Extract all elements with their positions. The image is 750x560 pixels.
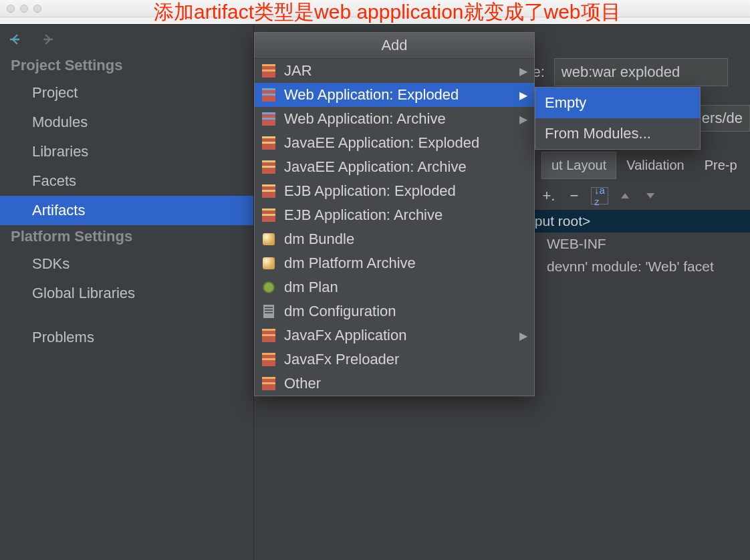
menu-item-label: dm Configuration <box>284 303 396 320</box>
menu-item-label: JavaEE Application: Exploded <box>284 134 479 152</box>
gift-yel-icon <box>261 136 276 150</box>
traffic-max-icon[interactable] <box>33 5 41 13</box>
menu-item-label: EJB Application: Exploded <box>284 182 456 200</box>
menu-item-ejb-application-exploded[interactable]: EJB Application: Exploded <box>255 179 534 203</box>
back-icon[interactable] <box>8 31 24 47</box>
output-layout-toolbar: +. − ↓az <box>540 183 750 208</box>
output-remove-button[interactable]: − <box>566 187 583 204</box>
traffic-min-icon[interactable] <box>20 5 28 13</box>
menu-item-label: JavaFx Application <box>284 327 406 344</box>
chevron-right-icon: ▶ <box>519 113 527 126</box>
tree-module-web-facet[interactable]: devnn' module: 'Web' facet <box>527 255 750 278</box>
tab-output-layout[interactable]: ut Layout <box>541 152 616 179</box>
tree-output-root[interactable]: tput root> <box>527 210 750 233</box>
menu-item-javafx-preloader[interactable]: JavaFx Preloader <box>255 347 534 372</box>
tab-preprocessing[interactable]: Pre-p <box>695 152 747 179</box>
menu-item-label: Web Application: Archive <box>284 110 446 128</box>
sidebar-item-facets[interactable]: Facets <box>0 166 253 196</box>
submenu-item-from-modules[interactable]: From Modules... <box>535 118 700 149</box>
output-dir-fragment: ers/de <box>695 105 750 132</box>
menu-item-web-application-exploded[interactable]: Web Application: Exploded▶ <box>255 83 534 107</box>
add-artifact-menu: Add JAR▶Web Application: Exploded▶Web Ap… <box>254 32 535 396</box>
tab-validation[interactable]: Validation <box>616 152 694 179</box>
menu-item-dm-configuration[interactable]: dm Configuration <box>255 299 534 323</box>
menu-item-label: JAR <box>284 62 312 80</box>
sidebar-item-libraries[interactable]: Libraries <box>0 137 253 166</box>
bundle-icon <box>261 256 276 271</box>
menu-item-label: Other <box>284 375 321 392</box>
gift-icon <box>261 352 276 367</box>
chevron-right-icon: ▶ <box>519 65 527 78</box>
menu-item-label: dm Plan <box>284 279 338 296</box>
gift-web-icon <box>261 88 276 102</box>
doc-icon <box>261 304 276 319</box>
menu-item-label: Web Application: Exploded <box>284 86 459 104</box>
menu-item-javaee-application-exploded[interactable]: JavaEE Application: Exploded <box>255 131 534 155</box>
menu-item-dm-plan[interactable]: dm Plan <box>255 275 534 299</box>
chevron-right-icon: ▶ <box>519 329 527 342</box>
menu-item-javafx-application[interactable]: JavaFx Application▶ <box>255 323 534 347</box>
menu-item-web-application-archive[interactable]: Web Application: Archive▶ <box>255 107 534 131</box>
plus-icon: +. <box>543 188 555 203</box>
web-app-exploded-submenu: EmptyFrom Modules... <box>535 87 701 150</box>
sidebar-item-artifacts[interactable]: Artifacts <box>0 196 253 225</box>
bundle-icon <box>261 232 276 247</box>
menu-item-label: JavaEE Application: Archive <box>284 158 467 176</box>
submenu-item-empty[interactable]: Empty <box>535 88 700 118</box>
gift-icon <box>261 328 276 343</box>
traffic-close-icon[interactable] <box>7 5 15 13</box>
sidebar-item-problems[interactable]: Problems <box>0 323 253 352</box>
sidebar-item-modules[interactable]: Modules <box>0 108 253 137</box>
output-add-button[interactable]: +. <box>540 187 557 204</box>
output-layout-tree[interactable]: tput root> WEB-INF devnn' module: 'Web' … <box>527 210 750 278</box>
menu-item-jar[interactable]: JAR▶ <box>255 59 534 83</box>
sidebar-item-sdks[interactable]: SDKs <box>0 249 253 279</box>
output-down-button[interactable] <box>642 187 659 204</box>
menu-item-javaee-application-archive[interactable]: JavaEE Application: Archive <box>255 155 534 179</box>
gift-yel-icon <box>261 184 276 198</box>
gift-icon <box>261 376 276 391</box>
menu-item-label: EJB Application: Archive <box>284 206 443 224</box>
menu-item-label: JavaFx Preloader <box>284 351 399 368</box>
output-dir-field[interactable]: ers/de <box>695 105 750 132</box>
sidebar-nav <box>0 25 253 54</box>
section-platform-settings: Platform Settings <box>0 225 253 249</box>
menu-item-other[interactable]: Other <box>255 372 534 396</box>
sidebar-item-project[interactable]: Project <box>0 78 253 108</box>
sort-az-icon: ↓az <box>594 184 605 207</box>
triangle-down-icon <box>646 193 654 198</box>
external-annotation: 添加artifact类型是web appplication就变成了web项目 <box>154 0 750 24</box>
gift-web-icon <box>261 112 276 126</box>
menu-item-label: dm Bundle <box>284 231 354 248</box>
minus-icon: − <box>570 188 579 203</box>
gift-yel-icon <box>261 160 276 174</box>
artifact-tabs: ut Layout Validation Pre-p <box>541 152 750 179</box>
forward-icon[interactable] <box>39 31 55 47</box>
artifact-name-input[interactable] <box>554 58 728 86</box>
output-up-button[interactable] <box>616 187 634 204</box>
output-sort-button[interactable]: ↓az <box>591 187 608 204</box>
tree-webinf[interactable]: WEB-INF <box>527 233 750 255</box>
sidebar-item-global-libraries[interactable]: Global Libraries <box>0 279 253 308</box>
menu-item-ejb-application-archive[interactable]: EJB Application: Archive <box>255 203 534 227</box>
menu-item-label: dm Platform Archive <box>284 255 416 272</box>
settings-sidebar: Project Settings Project Modules Librari… <box>0 25 254 560</box>
menu-item-dm-bundle[interactable]: dm Bundle <box>255 227 534 251</box>
triangle-up-icon <box>621 193 629 198</box>
gift-yel-icon <box>261 208 276 223</box>
gift-icon <box>261 63 276 78</box>
menu-title: Add <box>255 33 534 59</box>
menu-item-dm-platform-archive[interactable]: dm Platform Archive <box>255 251 534 275</box>
section-project-settings: Project Settings <box>0 54 253 78</box>
chevron-right-icon: ▶ <box>519 89 527 102</box>
globe-icon <box>261 280 276 295</box>
